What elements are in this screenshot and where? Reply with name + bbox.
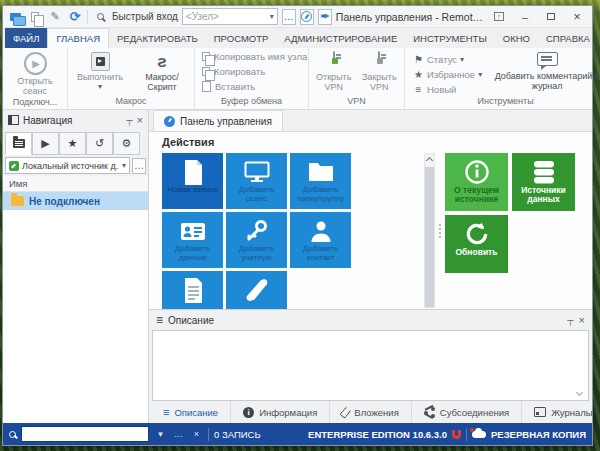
- magnet-icon[interactable]: [452, 430, 461, 439]
- tile-data-sources[interactable]: Источники данных: [512, 153, 575, 211]
- datasource-combobox[interactable]: Локальный источник д... ▾: [5, 157, 130, 174]
- tile-add-data[interactable]: Добавить данные: [162, 212, 223, 268]
- paste-icon: [202, 81, 211, 92]
- new-button[interactable]: ≡ Новый: [413, 83, 482, 96]
- filter-input[interactable]: [21, 426, 149, 442]
- fullscreen-button[interactable]: ↑: [488, 9, 510, 25]
- tile-add-document[interactable]: [162, 271, 223, 309]
- add-comment-button[interactable]: Добавить комментарий в журнал: [492, 51, 600, 92]
- tile-about-source[interactable]: О текущем источнике: [445, 153, 508, 211]
- filter-more-button[interactable]: …: [172, 427, 185, 441]
- nav-tab-history[interactable]: ↺: [86, 132, 113, 155]
- history-icon: ↺: [95, 137, 104, 150]
- minimize-button[interactable]: –: [514, 9, 536, 25]
- description-textarea[interactable]: [152, 330, 589, 401]
- node-more-button[interactable]: …: [282, 9, 296, 25]
- tile-new-entry[interactable]: Новая запись: [162, 153, 223, 209]
- tile-refresh[interactable]: Обновить: [445, 215, 508, 273]
- favorites-button[interactable]: ★ Избранное ▾: [413, 68, 482, 81]
- brush-icon: ✒: [320, 11, 329, 22]
- paste-button[interactable]: Вставить: [202, 80, 255, 93]
- edition-label: ENTERPRISE EDITION 10.6.3.0: [308, 429, 447, 440]
- tab-dashboard[interactable]: Панель управления: [153, 110, 283, 131]
- refresh-button[interactable]: ⟳: [67, 9, 83, 25]
- maximize-button[interactable]: [540, 9, 562, 25]
- edit-button[interactable]: ✎: [47, 9, 63, 25]
- macro-script-button[interactable]: ƨ Макрос/Скрипт: [134, 51, 190, 93]
- action-tiles: Новая запись Добавить сеанс: [162, 153, 400, 309]
- tab-subconnections[interactable]: Субсоединения: [412, 401, 522, 423]
- datasource-value: Локальный источник д...: [22, 161, 119, 171]
- pin-icon[interactable]: ┬: [126, 116, 132, 125]
- database-icon: [532, 159, 556, 185]
- copy-button[interactable]: [27, 9, 43, 25]
- open-vpn-button[interactable]: Открыть VPN: [313, 51, 355, 93]
- filter-dropdown-button[interactable]: ▾: [154, 427, 167, 441]
- pin-icon[interactable]: ┬: [567, 316, 573, 325]
- navigation-title: Навигация: [23, 115, 122, 126]
- tab-home[interactable]: ГЛАВНАЯ: [47, 28, 109, 48]
- tab-help[interactable]: СПРАВКА: [538, 28, 592, 48]
- comment-icon: [537, 52, 558, 66]
- close-icon[interactable]: ×: [579, 315, 585, 326]
- chevron-down-icon[interactable]: ▾: [270, 13, 274, 21]
- customize-button[interactable]: ✒: [318, 9, 332, 25]
- folder-icon: [11, 196, 24, 206]
- tile-add-script[interactable]: [226, 271, 287, 309]
- tile-add-contact[interactable]: Добавить контакт: [290, 212, 351, 268]
- tab-file[interactable]: ФАЙЛ: [5, 28, 47, 48]
- tile-add-credential[interactable]: Добавить учетную: [226, 212, 287, 268]
- close-button[interactable]: ×: [566, 9, 588, 25]
- name-column-header[interactable]: Имя: [3, 176, 148, 192]
- person-icon: [310, 218, 332, 244]
- window-title: Панель управления - Remote Desktop...: [336, 11, 484, 23]
- cloud-backup-icon: [472, 431, 486, 438]
- chevron-down-icon[interactable]: [576, 389, 583, 396]
- copy-icon: [202, 52, 210, 61]
- tab-information[interactable]: i Информация: [231, 401, 330, 423]
- nav-tab-favorites[interactable]: ★: [59, 132, 86, 155]
- nav-tab-tree[interactable]: [5, 132, 32, 155]
- run-button[interactable]: Выполнить ▾: [72, 51, 128, 91]
- info-icon: i: [243, 407, 254, 418]
- copy-button[interactable]: Копировать: [202, 65, 265, 78]
- tiles-scrollbar[interactable]: [424, 153, 435, 308]
- search-icon: [9, 431, 16, 438]
- tab-logs[interactable]: Журналы: [522, 401, 600, 423]
- grip-dots-icon: [439, 224, 441, 238]
- backup-label[interactable]: РЕЗЕРВНАЯ КОПИЯ: [491, 429, 586, 440]
- tree-item-not-connected[interactable]: Не подключен: [3, 192, 148, 210]
- scroll-up-arrow[interactable]: [425, 154, 434, 167]
- record-count: 0 ЗАПИСЬ: [214, 429, 261, 440]
- close-vpn-button[interactable]: Закрыть VPN: [359, 51, 401, 93]
- close-icon[interactable]: ×: [137, 115, 143, 126]
- app-window: ✎ ⟳ Быстрый вход <Узел> ▾ … ✒ Панель упр…: [2, 5, 593, 446]
- copy-node-name-button[interactable]: Копировать имя узла: [202, 50, 307, 63]
- search-button[interactable]: [92, 9, 108, 25]
- node-combobox[interactable]: <Узел> ▾: [182, 8, 278, 25]
- nav-tab-settings[interactable]: ⚙: [113, 132, 140, 155]
- tab-tools[interactable]: ИНСТРУМЕНТЫ: [405, 28, 495, 48]
- dashboard-shortcut-button[interactable]: [300, 9, 314, 25]
- filter-clear-button[interactable]: ×: [190, 427, 203, 441]
- star-icon: ★: [68, 137, 78, 150]
- refresh-icon: [464, 221, 490, 247]
- tab-administration[interactable]: АДМИНИСТРИРОВАНИЕ: [276, 28, 405, 48]
- folder-icon: [308, 159, 334, 185]
- scrollbar-thumb[interactable]: [425, 167, 434, 307]
- open-sessions-button[interactable]: [7, 9, 23, 25]
- description-header: ≡ Описание ┬ ×: [149, 310, 592, 330]
- tile-add-session[interactable]: Добавить сеанс: [226, 153, 287, 209]
- titlebar: ✎ ⟳ Быстрый вход <Узел> ▾ … ✒ Панель упр…: [3, 6, 592, 28]
- nav-tab-sessions[interactable]: ▶: [32, 132, 59, 155]
- status-button[interactable]: ⚑ Статус ▾: [413, 53, 482, 66]
- tile-add-folder[interactable]: Добавить папку/группу: [290, 153, 351, 209]
- tab-edit[interactable]: РЕДАКТИРОВАТЬ: [109, 28, 206, 48]
- tab-description[interactable]: ≡ Описание: [151, 401, 231, 423]
- tiles-splitter[interactable]: [435, 153, 445, 309]
- tab-window[interactable]: ОКНО: [495, 28, 538, 48]
- tab-attachments[interactable]: Вложения: [330, 401, 412, 423]
- tab-view[interactable]: ПРОСМОТР: [206, 28, 277, 48]
- open-session-button[interactable]: ▶ Открыть сеанс: [7, 51, 63, 97]
- datasource-more-button[interactable]: …: [132, 158, 146, 174]
